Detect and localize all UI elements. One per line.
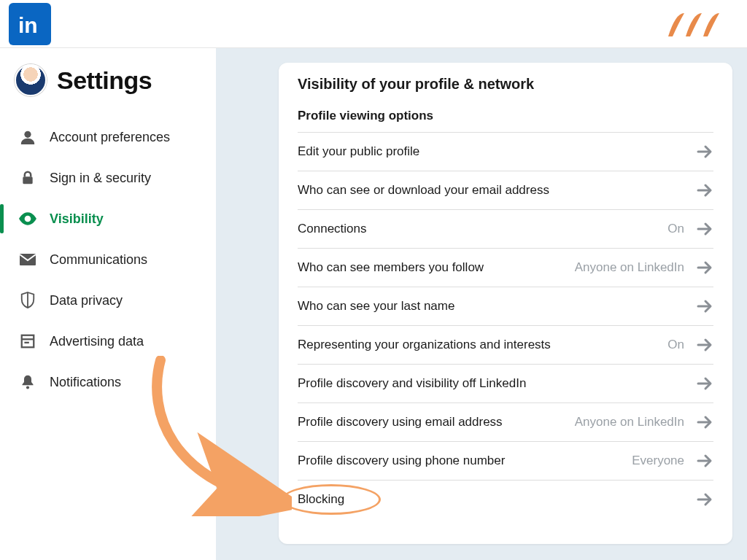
setting-row-who-can-see-members-you-follow[interactable]: Who can see members you followAnyone on … [298,248,713,287]
setting-row-blocking[interactable]: Blocking [298,480,713,518]
mail-icon [18,249,38,270]
lock-icon [18,168,38,188]
setting-row-status: On [667,222,684,236]
setting-row-label: Who can see or download your email addre… [298,183,549,198]
sidebar-header: Settings [13,64,216,96]
page-title: Settings [57,66,152,95]
sidebar-item-account-preferences[interactable]: Account preferences [13,117,216,158]
linkedin-in-icon: in [15,9,44,39]
arrow-right-icon [696,183,713,198]
setting-row-who-can-see-or-download-your-email-address[interactable]: Who can see or download your email addre… [298,171,713,209]
card-title: Visibility of your profile & network [298,76,713,93]
setting-row-right: Anyone on LinkedIn [575,260,713,275]
card-subheader: Profile viewing options [298,109,713,123]
sidebar-item-data-privacy[interactable]: Data privacy [13,280,216,321]
setting-row-right [696,492,713,507]
sidebar-item-label: Data privacy [50,293,123,308]
sidebar-item-label: Advertising data [50,334,144,349]
setting-row-right: Everyone [632,454,713,468]
sidebar-item-advertising-data[interactable]: Advertising data [13,321,216,362]
svg-point-1 [24,131,31,138]
sidebar-item-notifications[interactable]: Notifications [13,362,216,402]
setting-row-right [696,299,713,314]
bell-icon [18,372,38,392]
setting-row-status: Everyone [632,454,684,468]
setting-row-status: On [667,338,684,352]
arrow-right-icon [696,144,713,159]
arrow-right-icon [696,454,713,468]
content-panel: Visibility of your profile & network Pro… [279,48,747,560]
setting-row-label: Who can see members you follow [298,260,484,275]
settings-rows: Edit your public profileWho can see or d… [298,132,713,518]
setting-row-right [696,144,713,159]
setting-row-status: Anyone on LinkedIn [575,415,684,429]
setting-row-label: Profile discovery using email address [298,415,503,429]
setting-row-label: Profile discovery using phone number [298,454,505,468]
sidebar-item-label: Visibility [50,211,104,227]
setting-row-profile-discovery-using-phone-number[interactable]: Profile discovery using phone numberEver… [298,441,713,480]
page-body: Settings Account preferencesSign in & se… [0,48,747,560]
setting-row-right [696,183,713,198]
shield-icon [18,290,38,311]
user-icon [18,127,38,147]
setting-row-profile-discovery-and-visibility-off-linkedin[interactable]: Profile discovery and visibility off Lin… [298,364,713,402]
setting-row-right [696,376,713,391]
visibility-card: Visibility of your profile & network Pro… [279,63,732,544]
setting-row-right: On [667,222,713,236]
content-gap [216,48,279,560]
sidebar-item-label: Account preferences [50,130,170,145]
setting-row-who-can-see-your-last-name[interactable]: Who can see your last name [298,287,713,325]
setting-row-representing-your-organizations-and-interests[interactable]: Representing your organizations and inte… [298,325,713,364]
setting-row-label: Who can see your last name [298,299,454,314]
sidebar-item-label: Sign in & security [50,171,151,186]
svg-point-7 [26,386,29,389]
svg-rect-2 [23,176,32,184]
arrow-right-icon [696,222,713,236]
svg-text:in: in [18,13,38,37]
arrow-right-icon [696,299,713,314]
setting-row-label: Edit your public profile [298,144,419,159]
avatar[interactable] [15,64,47,96]
svg-rect-4 [22,335,34,348]
setting-row-label: Representing your organizations and inte… [298,338,551,352]
sidebar-item-visibility[interactable]: Visibility [13,198,216,239]
arrow-right-icon [696,260,713,275]
top-bar: in [0,0,747,48]
eye-icon [18,209,38,229]
setting-row-label: Connections [298,222,367,236]
setting-row-connections[interactable]: ConnectionsOn [298,209,713,248]
setting-row-right: Anyone on LinkedIn [575,415,713,429]
arrow-right-icon [696,415,713,429]
sidebar-item-sign-in-security[interactable]: Sign in & security [13,158,216,198]
settings-sidebar: Settings Account preferencesSign in & se… [0,48,216,560]
arrow-right-icon [696,492,713,507]
brand-slash-icon [662,9,735,39]
brand-logo [662,9,735,39]
setting-row-status: Anyone on LinkedIn [575,260,684,275]
setting-row-profile-discovery-using-email-address[interactable]: Profile discovery using email addressAny… [298,402,713,441]
arrow-right-icon [696,338,713,352]
sidebar-item-communications[interactable]: Communications [13,239,216,280]
setting-row-label: Profile discovery and visibility off Lin… [298,376,526,391]
setting-row-edit-your-public-profile[interactable]: Edit your public profile [298,132,713,171]
doc-icon [18,331,38,351]
setting-row-right: On [667,338,713,352]
arrow-right-icon [696,376,713,391]
setting-row-label: Blocking [298,492,344,507]
sidebar-item-label: Communications [50,252,147,268]
linkedin-logo[interactable]: in [9,3,51,45]
sidebar-nav: Account preferencesSign in & securityVis… [13,117,216,402]
sidebar-item-label: Notifications [50,375,121,390]
